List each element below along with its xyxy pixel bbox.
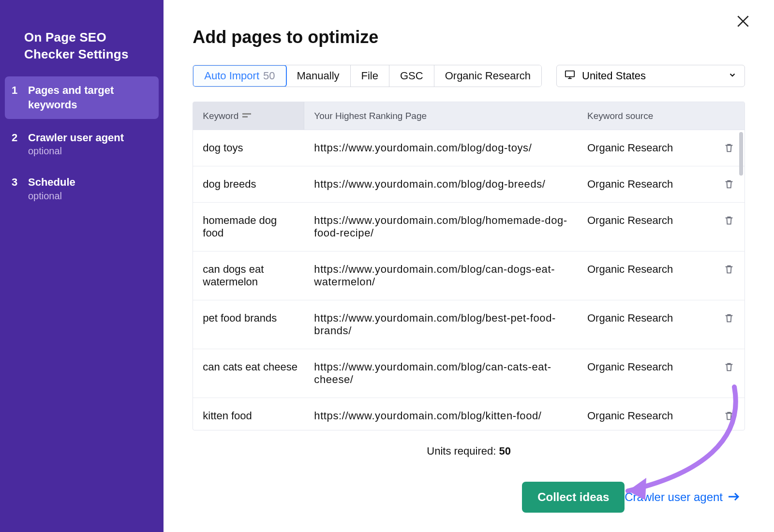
tab-label: File [361,70,378,82]
cell-page: https://www.yourdomain.com/blog/can-dogs… [304,263,578,288]
table-row: pet food brandshttps://www.yourdomain.co… [193,300,744,349]
delete-row-button[interactable] [724,143,734,153]
cell-source: Organic Research [578,410,713,422]
cell-page: https://www.yourdomain.com/blog/can-cats… [304,361,578,386]
close-icon [735,22,751,30]
cell-page: https://www.yourdomain.com/blog/homemade… [304,214,578,239]
trash-icon [724,144,734,156]
delete-row-button[interactable] [724,179,734,190]
cell-source: Organic Research [578,263,713,288]
column-header-source[interactable]: Keyword source [578,111,744,121]
trash-icon [724,412,734,424]
trash-icon [724,363,734,375]
trash-icon [724,314,734,326]
scrollbar-thumb[interactable] [739,132,743,176]
keyword-table: Keyword Your Highest Ranking Page Keywor… [193,102,745,430]
main-panel: Add pages to optimize Auto Import 50 Man… [164,0,774,532]
step-number: 1 [12,83,21,97]
column-header-keyword[interactable]: Keyword [193,102,304,130]
collect-ideas-button[interactable]: Collect ideas [522,482,625,513]
cell-source: Organic Research [578,142,713,154]
country-label: United States [582,70,646,82]
cell-keyword: pet food brands [193,312,304,337]
page-title: Add pages to optimize [193,27,745,47]
sidebar-title: On Page SEO Checker Settings [24,29,159,63]
chevron-down-icon [728,70,737,82]
step-label: Pages and target keywords [28,83,152,112]
link-label: Crawler user agent [625,490,723,504]
country-select[interactable]: United States [556,65,745,87]
step-sublabel: optional [28,191,152,202]
table-body: dog toyshttps://www.yourdomain.com/blog/… [193,130,744,430]
column-header-page[interactable]: Your Highest Ranking Page [304,111,578,121]
cell-keyword: homemade dog food [193,214,304,239]
svg-rect-0 [566,71,574,77]
table-row: can dogs eat watermelonhttps://www.yourd… [193,251,744,300]
cell-page: https://www.yourdomain.com/blog/dog-bree… [304,178,578,191]
tab-label: Organic Research [445,70,531,82]
step-label: Crawler user agent [28,131,152,145]
toolbar: Auto Import 50 Manually File GSC Organic… [193,65,745,87]
table-header: Keyword Your Highest Ranking Page Keywor… [193,102,744,130]
crawler-user-agent-link[interactable]: Crawler user agent [625,490,740,504]
cell-keyword: can cats eat cheese [193,361,304,386]
footer: Units required: 50 Collect ideas Crawler… [193,430,745,513]
table-row: kitten foodhttps://www.yourdomain.com/bl… [193,398,744,430]
cell-keyword: dog breeds [193,178,304,191]
delete-row-button[interactable] [724,313,734,324]
svg-rect-2 [242,116,248,118]
step-number: 3 [12,175,21,189]
cell-keyword: kitten food [193,410,304,422]
trash-icon [724,216,734,228]
tab-auto-import[interactable]: Auto Import 50 [193,65,286,87]
tab-label: Manually [297,70,340,82]
tab-organic-research[interactable]: Organic Research [434,65,541,87]
sidebar-step-pages[interactable]: 1 Pages and target keywords [5,76,159,118]
sidebar-step-schedule[interactable]: 3 Schedule optional [5,168,159,208]
cell-keyword: can dogs eat watermelon [193,263,304,288]
arrow-right-icon [728,490,740,504]
trash-icon [724,265,734,277]
cell-page: https://www.yourdomain.com/blog/dog-toys… [304,142,578,154]
delete-row-button[interactable] [724,215,734,226]
step-sublabel: optional [28,146,152,157]
delete-row-button[interactable] [724,411,734,421]
cell-source: Organic Research [578,178,713,191]
tab-count: 50 [263,70,275,82]
table-row: can cats eat cheesehttps://www.yourdomai… [193,349,744,398]
cell-source: Organic Research [578,312,713,337]
cell-source: Organic Research [578,214,713,239]
sort-icon [242,111,251,121]
desktop-icon [565,69,575,83]
delete-row-button[interactable] [724,264,734,275]
close-button[interactable] [735,14,751,31]
cell-page: https://www.yourdomain.com/blog/kitten-f… [304,410,578,422]
table-row: dog breedshttps://www.yourdomain.com/blo… [193,166,744,203]
import-tabs: Auto Import 50 Manually File GSC Organic… [193,65,542,87]
cell-keyword: dog toys [193,142,304,154]
step-label: Schedule [28,175,152,190]
trash-icon [724,180,734,192]
tab-manually[interactable]: Manually [286,65,351,87]
cell-source: Organic Research [578,361,713,386]
tab-label: GSC [400,70,423,82]
table-row: homemade dog foodhttps://www.yourdomain.… [193,203,744,251]
step-number: 2 [12,131,21,144]
cell-page: https://www.yourdomain.com/blog/best-pet… [304,312,578,337]
tab-gsc[interactable]: GSC [389,65,434,87]
tab-file[interactable]: File [351,65,389,87]
table-row: dog toyshttps://www.yourdomain.com/blog/… [193,130,744,166]
delete-row-button[interactable] [724,362,734,372]
sidebar-step-crawler[interactable]: 2 Crawler user agent optional [5,124,159,164]
svg-rect-1 [242,113,251,115]
units-required: Units required: 50 [197,445,740,458]
tab-label: Auto Import [204,70,259,82]
sidebar: On Page SEO Checker Settings 1 Pages and… [0,0,164,532]
